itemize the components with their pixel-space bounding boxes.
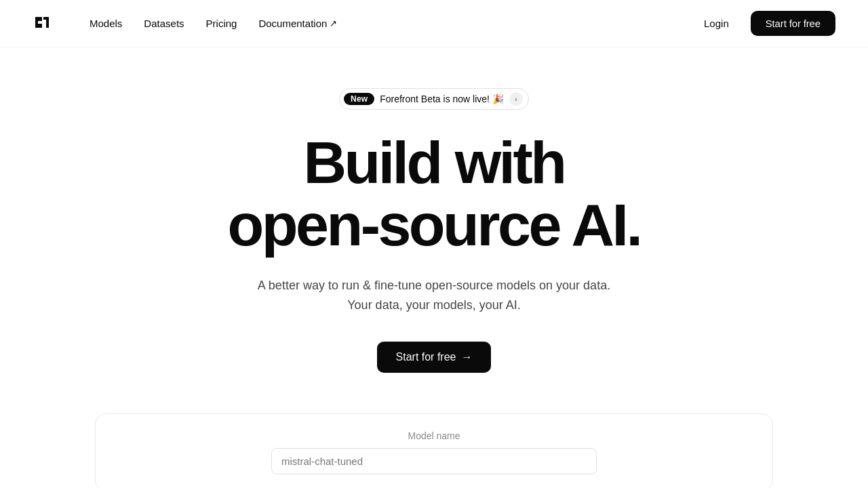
navbar: Models Datasets Pricing Documentation ↗ … [0,0,868,47]
model-name-input[interactable] [271,448,597,474]
login-button[interactable]: Login [693,12,740,35]
hero-cta-button[interactable]: Start for free → [377,342,492,373]
hero-cta-arrow-icon: → [461,351,472,363]
nav-right: Login Start for free [693,11,835,36]
nav-links: Models Datasets Pricing Documentation ↗ [81,14,345,33]
nav-datasets[interactable]: Datasets [136,14,192,33]
hero-subtitle: A better way to run & fine-tune open-sou… [258,276,610,315]
nav-pricing[interactable]: Pricing [198,14,245,33]
model-name-label: Model name [117,430,751,441]
badge-new-label: New [344,93,374,105]
logo[interactable] [33,14,52,33]
external-link-icon: ↗ [330,18,337,28]
hero-cta-label: Start for free [396,351,456,363]
model-card-preview: Model name [95,413,773,488]
nav-left: Models Datasets Pricing Documentation ↗ [33,14,345,33]
nav-models[interactable]: Models [81,14,130,33]
logo-icon [33,14,52,33]
nav-documentation[interactable]: Documentation ↗ [250,14,345,33]
hero-title: Build with open-source AI. [228,131,641,257]
announcement-badge[interactable]: New Forefront Beta is now live! 🎉 › [339,88,529,110]
hero-section: New Forefront Beta is now live! 🎉 › Buil… [0,47,868,488]
start-free-nav-button[interactable]: Start for free [751,11,835,36]
badge-text: Forefront Beta is now live! 🎉 [380,94,504,104]
badge-arrow-icon: › [509,92,523,106]
